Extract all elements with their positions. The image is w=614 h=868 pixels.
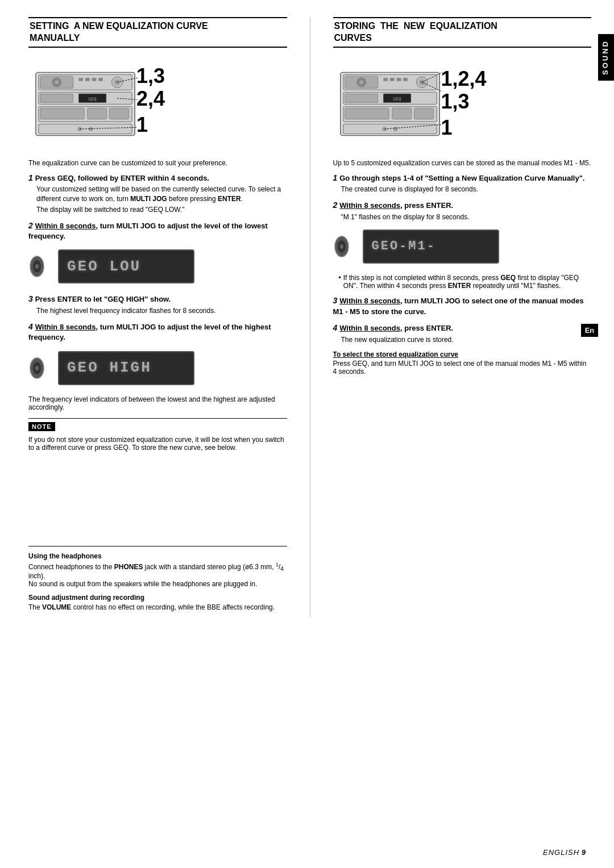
- footer-note1-body: Connect headphones to the PHONES jack wi…: [28, 562, 287, 588]
- right-bullet-note: • If this step is not completed within 8…: [339, 274, 592, 290]
- right-diagram: GEQ 1,2,4 1,3 1: [333, 56, 592, 152]
- rstep2-icon-svg: [333, 234, 350, 259]
- svg-rect-20: [88, 108, 107, 119]
- svg-point-64: [340, 244, 343, 249]
- left-intro: The equalization curve can be customized…: [28, 159, 287, 167]
- note-section: NOTE If you do not store your customized…: [28, 418, 287, 455]
- svg-rect-53: [345, 108, 388, 119]
- svg-rect-46: [345, 94, 377, 102]
- footer-note1-title: Using the headphones: [28, 552, 287, 560]
- right-column: STORING THE NEW EQUALIZATIONCURVES: [333, 17, 592, 617]
- left-step-4: 4 Within 8 seconds, turn MULTI JOG to ad…: [28, 322, 287, 390]
- step2-display-text: GEO LOU: [67, 256, 141, 277]
- rstep2-body: "M 1" flashes on the display for 8 secon…: [333, 212, 592, 222]
- left-callout-3: 1: [136, 112, 148, 137]
- right-callout-3: 1: [441, 115, 453, 140]
- rstep3-title: Within 8 seconds, turn MULTI JOG to sele…: [333, 297, 584, 316]
- rstep2-display-wrap: GEO-M1-: [333, 225, 592, 268]
- step2-title: Within 8 seconds, turn MULTI JOG to adju…: [28, 222, 268, 241]
- left-step-1: 1 Press GEQ, followed by ENTER within 4 …: [28, 173, 287, 215]
- right-callout-1: 1,2,4: [441, 68, 487, 90]
- step1-sub: The display will be switched to read "GE…: [28, 205, 287, 215]
- step2-display-wrap: GEO LOU: [28, 245, 287, 288]
- to-select-body: Press GEQ, and turn MULTI JOG to select …: [333, 360, 592, 375]
- right-section-title: STORING THE NEW EQUALIZATIONCURVES: [333, 17, 592, 48]
- rstep2-display: GEO-M1-: [363, 229, 499, 264]
- col-divider: [310, 17, 310, 617]
- right-step-4: 4 Within 8 seconds, press ENTER. The new…: [333, 323, 592, 344]
- left-column: SETTING A NEW EQUALIZATION CURVEMANUALLY: [28, 17, 287, 617]
- page-lang: ENGLISH: [543, 848, 579, 857]
- right-callout-2: 1,3: [441, 90, 470, 113]
- svg-rect-55: [414, 108, 433, 119]
- rstep1-num: 1: [333, 173, 340, 182]
- right-step-3: 3 Within 8 seconds, turn MULTI JOG to se…: [333, 295, 592, 317]
- left-step-2: 2 Within 8 seconds, turn MULTI JOG to ad…: [28, 220, 287, 289]
- step1-num: 1: [28, 173, 35, 182]
- svg-rect-8: [98, 78, 103, 81]
- svg-rect-6: [85, 78, 90, 81]
- right-step-1: 1 Go through steps 1-4 of "Setting a New…: [333, 173, 592, 194]
- left-footer: Using the headphones Connect headphones …: [28, 546, 287, 611]
- left-step-3: 3 Press ENTER to let "GEQ HIGH" show. Th…: [28, 294, 287, 315]
- rstep2-display-text: GEO-M1-: [372, 238, 436, 256]
- svg-point-4: [55, 80, 59, 84]
- step4-display-text: GEO HIGH: [67, 357, 152, 378]
- svg-rect-42: [403, 78, 408, 81]
- rstep1-body: The created curve is displayed for 8 sec…: [333, 185, 592, 194]
- svg-rect-54: [392, 108, 411, 119]
- step4-icon-svg: [28, 356, 45, 381]
- to-select-title: To select the stored equalization curve: [333, 350, 592, 358]
- rstep4-title: Within 8 seconds, press ENTER.: [339, 324, 453, 332]
- sound-tab: SOUND: [598, 34, 614, 81]
- step3-title: Press ENTER to let "GEQ HIGH" show.: [35, 295, 171, 303]
- svg-point-58: [393, 127, 397, 131]
- left-callout-2: 2,4: [136, 87, 165, 110]
- rstep2-num: 2: [333, 201, 340, 210]
- svg-rect-56: [343, 124, 437, 133]
- svg-rect-19: [40, 108, 84, 119]
- step2-icon-svg: [28, 254, 45, 279]
- bullet-text: If this step is not completed within 8 s…: [343, 274, 591, 290]
- main-columns: SETTING A NEW EQUALIZATION CURVEMANUALLY: [28, 17, 591, 617]
- rstep4-num: 4: [333, 323, 340, 332]
- svg-rect-39: [383, 78, 388, 81]
- rstep1-title: Go through steps 1-4 of "Setting a New E…: [339, 174, 584, 182]
- left-section-title: SETTING A NEW EQUALIZATION CURVEMANUALLY: [28, 17, 287, 48]
- en-badge: En: [581, 324, 598, 337]
- rstep3-num: 3: [333, 296, 340, 305]
- svg-rect-7: [92, 78, 97, 81]
- left-callout-1: 1,3: [136, 65, 165, 87]
- rstep4-body: The new equalization curve is stored.: [333, 335, 592, 345]
- step4-num: 4: [28, 322, 35, 331]
- svg-rect-12: [40, 94, 73, 102]
- step1-title: Press GEQ, followed by ENTER within 4 se…: [35, 174, 209, 182]
- svg-point-38: [359, 80, 363, 84]
- svg-point-30: [35, 264, 39, 269]
- rstep2-title: Within 8 seconds, press ENTER.: [339, 201, 453, 210]
- note-label: NOTE: [28, 422, 55, 431]
- step2-num: 2: [28, 221, 35, 230]
- step3-num: 3: [28, 294, 35, 303]
- note-text: If you do not store your customized equa…: [28, 436, 287, 452]
- svg-text:GEQ: GEQ: [89, 96, 97, 101]
- svg-point-33: [35, 366, 39, 370]
- right-intro: Up to 5 customized equalization curves c…: [333, 159, 592, 167]
- svg-rect-40: [390, 78, 395, 81]
- svg-text:GEQ: GEQ: [393, 96, 401, 101]
- svg-rect-21: [110, 108, 129, 119]
- svg-rect-22: [39, 124, 132, 133]
- right-device-svg: GEQ: [333, 61, 447, 147]
- svg-rect-5: [78, 78, 83, 81]
- footer-note2-title: Sound adjustment during recording: [28, 594, 287, 602]
- step1-body: Your customized setting will be based on…: [28, 185, 287, 204]
- footer-divider: [28, 546, 287, 546]
- step3-body: The highest level frequency indicator fl…: [28, 306, 287, 316]
- left-diagram: GEQ 1,3 2,4: [28, 56, 287, 152]
- left-after-steps: The frequency level indicators of betwee…: [28, 395, 287, 411]
- page-number: ENGLISH 9: [543, 848, 586, 857]
- step4-display: GEO HIGH: [58, 351, 194, 385]
- step4-title: Within 8 seconds, turn MULTI JOG to adju…: [28, 323, 271, 342]
- step4-display-wrap: GEO HIGH: [28, 347, 287, 390]
- page-num: 9: [582, 848, 586, 857]
